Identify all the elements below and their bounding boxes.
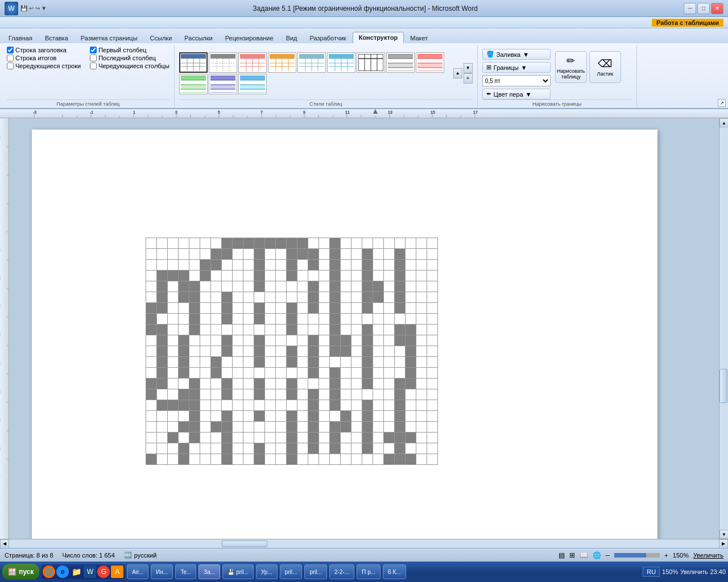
tray-increase[interactable]: Увеличить (680, 569, 708, 575)
taskbar-btn-te[interactable]: Te... (175, 564, 196, 579)
scroll-track-v[interactable] (719, 127, 728, 530)
pixel-cell (395, 400, 406, 411)
style-thumb-3[interactable] (238, 52, 267, 73)
style-thumb-11[interactable] (209, 74, 237, 94)
pixel-cell (406, 303, 416, 314)
zoom-slider[interactable] (614, 553, 660, 558)
minimize-btn[interactable]: ─ (684, 3, 696, 14)
taskbar-btn-air[interactable]: Air... (127, 564, 148, 579)
taskbar-btn-6k[interactable]: 6 К... (383, 564, 406, 579)
pixel-cell (416, 271, 427, 281)
taskbar-btn-pril1[interactable]: pril... (280, 564, 303, 579)
line-width-select[interactable]: 0,5 пт 1 пт 1,5 пт (482, 75, 551, 86)
view-layout-btn[interactable]: ⊞ (569, 551, 575, 559)
pixel-cell (297, 249, 308, 260)
fill-btn[interactable]: 🪣 Заливка ▼ (482, 49, 551, 60)
taskbar-btn-in[interactable]: Ин... (151, 564, 173, 579)
pixel-cell (222, 281, 233, 292)
style-thumb-9[interactable] (416, 52, 444, 73)
style-thumb-4[interactable] (268, 52, 296, 73)
tab-review[interactable]: Рецензирование (219, 32, 280, 43)
tab-mailings[interactable]: Рассылки (178, 32, 218, 43)
pixel-cell (319, 249, 330, 260)
tab-page-layout[interactable]: Разметка страницы (75, 32, 144, 43)
scroll-track-h[interactable] (9, 540, 719, 548)
borders-btn[interactable]: ⊞ Границы ▼ (482, 62, 551, 73)
taskbar-icon-folder[interactable]: 📁 (70, 566, 82, 578)
scroll-thumb-v[interactable] (719, 369, 727, 403)
tray-lang[interactable]: RU (643, 567, 660, 577)
svg-rect-0 (181, 54, 206, 59)
zoom-out-btn[interactable]: ─ (606, 552, 610, 559)
taskbar-icon-word[interactable]: W (84, 566, 96, 578)
style-thumb-2[interactable] (209, 52, 237, 73)
taskbar-icon-ie[interactable]: e (56, 566, 69, 578)
scroll-thumb-h[interactable] (222, 541, 267, 547)
gallery-scroll-up[interactable]: ▲ (453, 68, 462, 78)
pen-color-btn[interactable]: ✒ Цвет пера ▼ (482, 89, 551, 99)
pixel-cell (211, 281, 222, 292)
close-btn[interactable]: ✕ (711, 3, 723, 14)
style-thumb-10[interactable] (179, 74, 208, 94)
pixel-cell (189, 389, 200, 400)
banded-rows-checkbox[interactable]: Чередующиеся строки (7, 63, 81, 69)
tab-references[interactable]: Ссылки (144, 32, 179, 43)
taskbar-btn-pr[interactable]: П р... (357, 564, 380, 579)
taskbar-icon-app[interactable]: A (111, 566, 123, 578)
tab-constructor[interactable]: Конструктор (353, 32, 404, 43)
view-web-btn[interactable]: 🌐 (593, 551, 601, 559)
gallery-more[interactable]: ≡ (464, 73, 473, 84)
total-row-checkbox[interactable]: Строка итогов (7, 55, 81, 61)
taskbar-btn-2-2[interactable]: 2-2-... (329, 564, 354, 579)
taskbar-icon-google[interactable]: G (97, 566, 110, 578)
start-button[interactable]: 🪟 пуск (2, 564, 39, 580)
style-thumb-1[interactable] (179, 52, 208, 73)
last-column-checkbox[interactable]: Последний столбец (90, 55, 169, 61)
style-thumb-12[interactable] (238, 74, 267, 94)
tab-insert[interactable]: Вставка (39, 32, 75, 43)
document-area[interactable] (9, 118, 719, 539)
tab-home[interactable]: Главная (2, 32, 39, 43)
style-thumb-5[interactable] (297, 52, 326, 73)
taskbar-icon-browser[interactable]: 🌐 (43, 566, 55, 578)
taskbar-btn-tot[interactable]: 💾 pril... (222, 564, 254, 579)
ribbon-expand-btn[interactable]: ↗ (718, 99, 726, 107)
zoom-in-btn[interactable]: + (664, 552, 668, 559)
style-thumb-6[interactable] (327, 52, 355, 73)
style-thumb-8[interactable] (386, 52, 415, 73)
pixel-cell (395, 443, 406, 454)
taskbar-btn-ur[interactable]: Ур... (256, 564, 278, 579)
pixel-cell (416, 281, 427, 292)
pixel-cell (362, 389, 373, 400)
tab-developer[interactable]: Разработчик (304, 32, 353, 43)
view-reading-btn[interactable]: 📖 (580, 551, 588, 559)
tab-layout[interactable]: Макет (404, 32, 434, 43)
tab-view[interactable]: Вид (280, 32, 304, 43)
svg-rect-68 (210, 76, 235, 80)
banded-columns-checkbox[interactable]: Чередующиеся столбцы (90, 63, 169, 69)
style-thumb-7[interactable] (357, 52, 385, 73)
maximize-btn[interactable]: □ (697, 3, 710, 14)
scroll-down-btn[interactable]: ▼ (719, 530, 728, 539)
taskbar-btn-pril2[interactable]: pril... (304, 564, 327, 579)
pixel-cell (265, 303, 276, 314)
eraser-btn[interactable]: ⌫ Ластик (589, 51, 621, 83)
pixel-cell (406, 346, 416, 357)
tray-zoom[interactable]: 150% (662, 568, 678, 575)
pixel-cell (297, 433, 308, 443)
ribbon-section-table-styles: ▲ ▼ ≡ Стили таблиц (175, 45, 478, 108)
scroll-left-btn[interactable]: ◀ (0, 539, 9, 548)
scroll-right-btn[interactable]: ▶ (719, 539, 728, 548)
first-column-checkbox[interactable]: Первый столбец (90, 47, 169, 53)
scroll-up-btn[interactable]: ▲ (719, 118, 728, 127)
pixel-cell (330, 411, 341, 422)
vertical-scrollbar[interactable]: ▲ ▼ (719, 118, 728, 539)
gallery-scroll-down[interactable]: ▼ (464, 63, 473, 73)
view-normal-btn[interactable]: ▤ (559, 551, 565, 559)
zoom-percent-btn[interactable]: Увеличить (693, 552, 723, 559)
header-row-checkbox[interactable]: Строка заголовка (7, 47, 81, 53)
taskbar-btn-za[interactable]: За... (198, 564, 220, 579)
draw-table-btn[interactable]: ✏ Нарисовать таблицу (555, 51, 587, 83)
horizontal-scrollbar[interactable]: ◀ ▶ (0, 539, 728, 548)
pixel-cell (179, 325, 189, 335)
